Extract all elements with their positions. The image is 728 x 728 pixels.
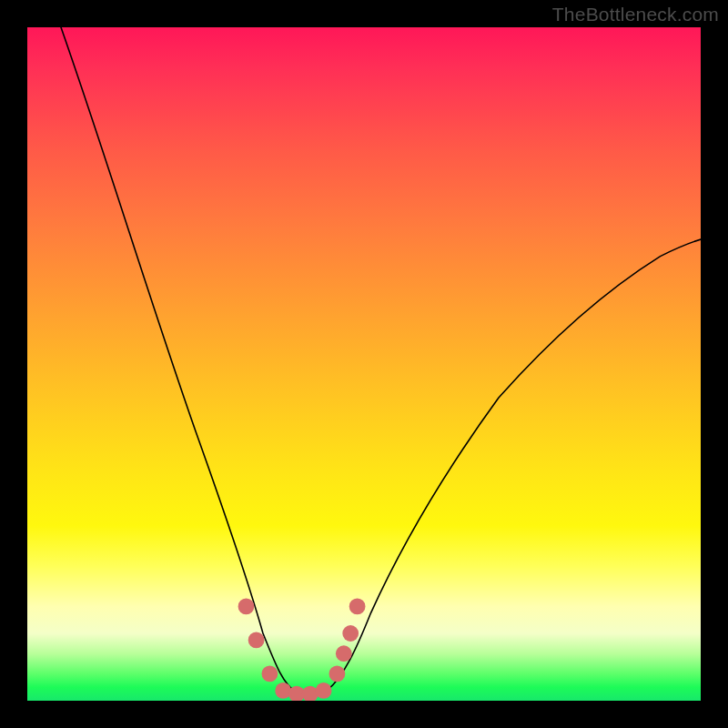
highlight-dot xyxy=(316,682,332,699)
highlight-dot xyxy=(275,682,291,699)
highlight-dot xyxy=(336,645,352,662)
highlight-dot xyxy=(262,666,278,682)
highlight-dot xyxy=(302,686,318,701)
highlight-dot xyxy=(329,666,346,682)
chart-frame: TheBottleneck.com xyxy=(0,0,728,728)
chart-svg-layer xyxy=(27,27,701,701)
watermark-text: TheBottleneck.com xyxy=(552,4,719,25)
highlight-dot xyxy=(349,599,366,615)
bottleneck-curve xyxy=(61,27,701,695)
highlight-dot xyxy=(342,625,359,642)
highlight-dot xyxy=(248,632,265,649)
chart-plot-area xyxy=(27,27,701,701)
highlight-dot xyxy=(238,599,255,615)
